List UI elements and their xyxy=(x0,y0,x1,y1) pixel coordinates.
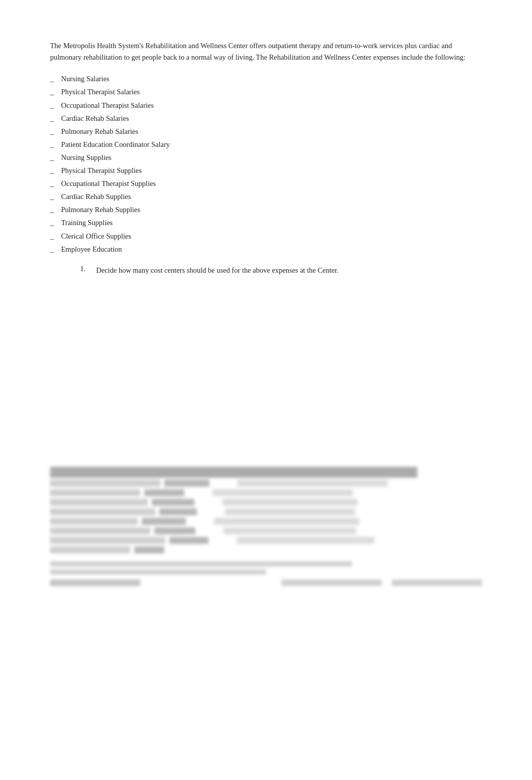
expense-list: _ Nursing Salaries_ Physical Therapist S… xyxy=(50,72,482,255)
expense-item-7: _ Nursing Supplies xyxy=(50,151,482,164)
question-number: 1. xyxy=(80,265,92,273)
blurred-row-8 xyxy=(50,546,482,553)
expense-item-10: _ Cardiac Rehab Supplies xyxy=(50,190,482,203)
blurred-data-section xyxy=(50,467,482,586)
page: The Metropolis Health System's Rehabilit… xyxy=(0,0,532,780)
expense-label: Cardiac Rehab Supplies xyxy=(61,190,131,203)
blurred-row-6 xyxy=(50,527,482,534)
expense-label: Cardiac Rehab Salaries xyxy=(61,112,129,125)
bullet-char: _ xyxy=(50,85,59,98)
expense-item-4: _ Cardiac Rehab Salaries xyxy=(50,112,482,125)
expense-label: Employee Education xyxy=(61,243,122,256)
bullet-char: _ xyxy=(50,72,59,85)
expense-item-13: _ Clerical Office Supplies xyxy=(50,230,482,243)
blurred-footnote xyxy=(50,561,352,566)
bullet-char: _ xyxy=(50,230,59,243)
expense-item-9: _ Occupational Therapist Supplies xyxy=(50,177,482,190)
blurred-header xyxy=(50,467,417,478)
blurred-row-7 xyxy=(50,537,482,544)
expense-label: Physical Therapist Salaries xyxy=(61,85,140,98)
expense-label: Pulmonary Rehab Salaries xyxy=(61,125,138,138)
bullet-char: _ xyxy=(50,138,59,151)
bullet-char: _ xyxy=(50,99,59,112)
bullet-char: _ xyxy=(50,190,59,203)
blurred-row-2 xyxy=(50,489,482,496)
bullet-char: _ xyxy=(50,164,59,177)
bullet-char: _ xyxy=(50,203,59,216)
expense-item-2: _ Physical Therapist Salaries xyxy=(50,85,482,98)
bullet-char: _ xyxy=(50,216,59,229)
blurred-row-4 xyxy=(50,508,482,515)
expense-label: Pulmonary Rehab Supplies xyxy=(61,203,140,216)
expense-label: Occupational Therapist Supplies xyxy=(61,177,156,190)
expense-item-11: _ Pulmonary Rehab Supplies xyxy=(50,203,482,216)
questions-section: 1. Decide how many cost centers should b… xyxy=(80,265,482,276)
bullet-char: _ xyxy=(50,151,59,164)
expense-item-14: _ Employee Education xyxy=(50,243,482,256)
bullet-char: _ xyxy=(50,112,59,125)
expense-label: Physical Therapist Supplies xyxy=(61,164,142,177)
blurred-row-5 xyxy=(50,518,482,525)
expense-label: Patient Education Coordinator Salary xyxy=(61,138,170,151)
expense-label: Training Supplies xyxy=(61,216,113,229)
bullet-char: _ xyxy=(50,177,59,190)
blurred-footer xyxy=(50,579,482,586)
bullet-char: _ xyxy=(50,243,59,256)
intro-paragraph: The Metropolis Health System's Rehabilit… xyxy=(50,40,482,63)
question-text: Decide how many cost centers should be u… xyxy=(96,265,339,276)
blurred-row-1 xyxy=(50,480,482,487)
expense-label: Clerical Office Supplies xyxy=(61,230,131,243)
expense-label: Occupational Therapist Salaries xyxy=(61,99,154,112)
expense-item-8: _ Physical Therapist Supplies xyxy=(50,164,482,177)
expense-item-3: _ Occupational Therapist Salaries xyxy=(50,99,482,112)
expense-item-6: _ Patient Education Coordinator Salary xyxy=(50,138,482,151)
expense-label: Nursing Supplies xyxy=(61,151,111,164)
bullet-char: _ xyxy=(50,125,59,138)
blurred-row-3 xyxy=(50,499,482,506)
question-1: 1. Decide how many cost centers should b… xyxy=(80,265,482,276)
expense-item-12: _ Training Supplies xyxy=(50,216,482,229)
expense-item-1: _ Nursing Salaries xyxy=(50,72,482,85)
expense-label: Nursing Salaries xyxy=(61,72,109,85)
expense-item-5: _ Pulmonary Rehab Salaries xyxy=(50,125,482,138)
